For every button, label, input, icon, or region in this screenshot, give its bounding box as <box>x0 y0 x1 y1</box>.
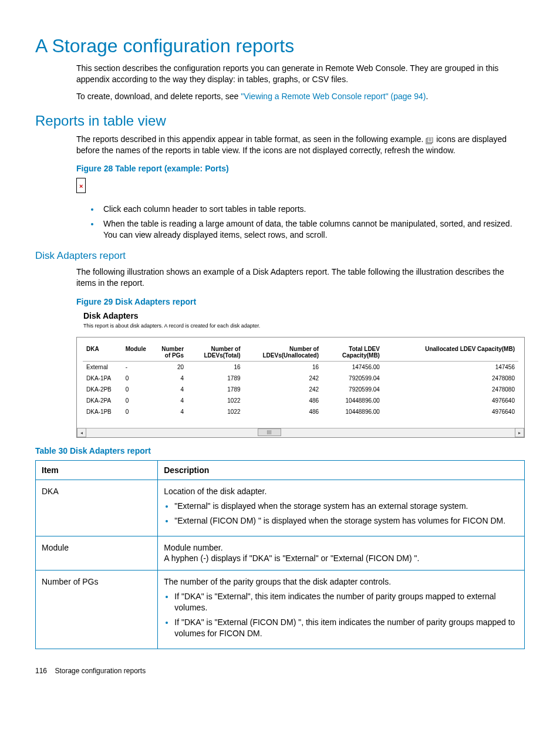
scroll-right-button[interactable]: ▸ <box>515 428 524 437</box>
table-row[interactable]: External-201616147456.00147456 <box>83 361 518 373</box>
intro-paragraph-1: This section describes the configuration… <box>35 63 525 85</box>
disk-adapters-paragraph: The following illustration shows an exam… <box>35 266 525 289</box>
page-title: A Storage configuration reports <box>35 35 525 57</box>
horizontal-scrollbar[interactable]: ◂ ▸ <box>77 428 524 437</box>
footer-title: Storage configuration reports <box>55 667 146 675</box>
table-row: ModuleModule number.A hyphen (-) display… <box>36 536 525 571</box>
disk-adapters-inner-table: DKAModuleNumber of PGsNumber of LDEVs(To… <box>83 343 518 417</box>
table-30-caption: Table 30 Disk Adapters report <box>35 446 525 455</box>
link-viewing-report[interactable]: "Viewing a Remote Web Console report" (p… <box>241 92 426 101</box>
text-post: . <box>426 92 428 101</box>
column-header[interactable]: Number of LDEVs(Unallocated) <box>244 343 323 362</box>
column-header[interactable]: Total LDEV Capacity(MB) <box>322 343 383 362</box>
section-heading-table-view: Reports in table view <box>35 113 525 129</box>
figure-29-caption: Figure 29 Disk Adapters report <box>35 297 525 306</box>
table-row: Number of PGsThe number of the parity gr… <box>36 571 525 649</box>
list-item: If "DKA" is "External (FICON DM) ", this… <box>174 617 518 639</box>
description-cell: Location of the disk adapter."External" … <box>158 480 525 536</box>
scrollbar-thumb[interactable] <box>258 428 281 436</box>
report-scroll-area[interactable]: DKAModuleNumber of PGsNumber of LDEVs(To… <box>76 337 525 438</box>
table-view-paragraph: The reports described in this appendix a… <box>35 134 525 156</box>
list-item: "External" is displayed when the storage… <box>174 501 518 512</box>
th-description: Description <box>158 460 525 480</box>
item-cell: Number of PGs <box>36 571 158 649</box>
report-subtitle: This report is about disk adapters. A re… <box>83 323 525 329</box>
page-footer: 116 Storage configuration reports <box>35 667 525 675</box>
column-header[interactable]: Number of LDEVs(Total) <box>187 343 244 362</box>
missing-image-icon: × <box>76 178 86 193</box>
list-item: When the table is reading a large amount… <box>100 218 525 241</box>
report-icon <box>426 136 434 143</box>
section-heading-disk-adapters: Disk Adapters report <box>35 250 525 262</box>
disk-adapters-report-figure: Disk Adapters This report is about disk … <box>35 311 525 438</box>
table-row: DKALocation of the disk adapter."Externa… <box>36 480 525 536</box>
column-header[interactable]: Number of PGs <box>153 343 187 362</box>
column-header[interactable]: Unallocated LDEV Capacity(MB) <box>383 343 518 362</box>
description-cell: The number of the parity groups that the… <box>158 571 525 649</box>
th-item: Item <box>36 460 158 480</box>
list-item: If "DKA" is "External", this item indica… <box>174 591 518 613</box>
list-item: Click each column header to sort tables … <box>100 204 525 215</box>
scrollbar-track[interactable] <box>86 428 515 437</box>
list-item: "External (FICON DM) " is displayed when… <box>174 515 518 526</box>
text-pre: To create, download, and delete reports,… <box>76 92 241 101</box>
scroll-left-button[interactable]: ◂ <box>77 428 86 437</box>
table-row[interactable]: DKA-1PA0417892427920599.042478080 <box>83 373 518 384</box>
column-header[interactable]: Module <box>122 343 153 362</box>
table-row[interactable]: DKA-2PA04102248610448896.004976640 <box>83 395 518 406</box>
text-pre: The reports described in this appendix a… <box>76 134 426 144</box>
page-number: 116 <box>35 667 47 675</box>
column-header[interactable]: DKA <box>83 343 122 362</box>
figure-28-caption: Figure 28 Table report (example: Ports) <box>35 164 525 173</box>
item-cell: DKA <box>36 480 158 536</box>
table-row[interactable]: DKA-2PB0417892427920599.042478080 <box>83 384 518 395</box>
report-title: Disk Adapters <box>83 311 525 320</box>
table-row[interactable]: DKA-1PB04102248610448896.004976640 <box>83 406 518 417</box>
item-cell: Module <box>36 536 158 571</box>
intro-paragraph-2: To create, download, and delete reports,… <box>35 91 525 102</box>
table-view-bullets: Click each column header to sort tables … <box>35 204 525 241</box>
description-cell: Module number.A hyphen (-) displays if "… <box>158 536 525 571</box>
table-30: Item Description DKALocation of the disk… <box>35 460 525 649</box>
svg-rect-1 <box>427 137 433 143</box>
